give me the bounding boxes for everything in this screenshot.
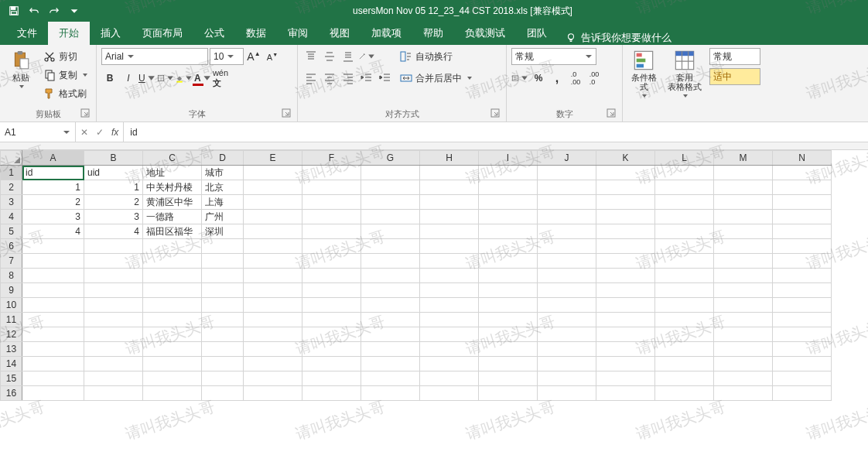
format-as-table-button[interactable]: 套用 表格格式 [663, 48, 706, 101]
cell-C13[interactable] [143, 342, 202, 357]
cell-I10[interactable] [479, 298, 538, 313]
cell-D4[interactable]: 广州 [202, 210, 244, 224]
col-header-N[interactable]: N [773, 151, 832, 166]
cell-G1[interactable] [361, 166, 420, 180]
cell-E6[interactable] [244, 239, 302, 254]
col-header-H[interactable]: H [420, 151, 479, 166]
cell-A1[interactable]: id [22, 166, 84, 180]
cell-J12[interactable] [538, 327, 596, 342]
cell-H6[interactable] [420, 239, 479, 254]
cell-style-normal[interactable]: 常规 [709, 48, 760, 65]
col-header-C[interactable]: C [143, 151, 202, 166]
cell-F14[interactable] [302, 357, 361, 371]
cell-L14[interactable] [655, 357, 714, 371]
cell-F4[interactable] [302, 210, 361, 224]
tab-review[interactable]: 审阅 [277, 22, 319, 45]
font-size-combo[interactable]: 10 [210, 48, 244, 65]
align-middle-button[interactable] [321, 48, 338, 65]
cell-J5[interactable] [538, 224, 596, 239]
cell-J9[interactable] [538, 283, 596, 298]
row-header-4[interactable]: 4 [1, 210, 22, 224]
cell-I7[interactable] [479, 254, 538, 269]
cell-M13[interactable] [714, 342, 773, 357]
cell-M11[interactable] [714, 313, 773, 327]
cell-I4[interactable] [479, 210, 538, 224]
cell-G3[interactable] [361, 195, 420, 210]
row-header-3[interactable]: 3 [1, 195, 22, 210]
formula-input[interactable]: id [124, 122, 868, 142]
cell-F13[interactable] [302, 342, 361, 357]
cell-C9[interactable] [143, 283, 202, 298]
cell-E16[interactable] [244, 386, 302, 401]
cell-G13[interactable] [361, 342, 420, 357]
cell-L5[interactable] [655, 224, 714, 239]
cell-B15[interactable] [84, 371, 143, 386]
cell-J6[interactable] [538, 239, 596, 254]
col-header-L[interactable]: L [655, 151, 714, 166]
cell-H9[interactable] [420, 283, 479, 298]
cell-E7[interactable] [244, 254, 302, 269]
cell-F8[interactable] [302, 269, 361, 283]
cell-F9[interactable] [302, 283, 361, 298]
cell-C10[interactable] [143, 298, 202, 313]
enter-icon[interactable]: ✓ [96, 127, 104, 138]
cell-C5[interactable]: 福田区福华 [143, 224, 202, 239]
cell-I16[interactable] [479, 386, 538, 401]
tab-file[interactable]: 文件 [6, 22, 48, 45]
cell-F12[interactable] [302, 327, 361, 342]
cell-C1[interactable]: 地址 [143, 166, 202, 180]
cell-A16[interactable] [22, 386, 84, 401]
cell-D16[interactable] [202, 386, 244, 401]
row-header-11[interactable]: 11 [1, 313, 22, 327]
cell-L2[interactable] [655, 180, 714, 195]
cell-I3[interactable] [479, 195, 538, 210]
cell-E2[interactable] [244, 180, 302, 195]
cell-F2[interactable] [302, 180, 361, 195]
cell-J1[interactable] [538, 166, 596, 180]
cell-H11[interactable] [420, 313, 479, 327]
cell-M9[interactable] [714, 283, 773, 298]
cell-K5[interactable] [596, 224, 655, 239]
row-header-12[interactable]: 12 [1, 327, 22, 342]
row-header-16[interactable]: 16 [1, 386, 22, 401]
orientation-button[interactable] [358, 48, 375, 65]
cell-D1[interactable]: 城市 [202, 166, 244, 180]
tab-data[interactable]: 数据 [235, 22, 277, 45]
cell-N11[interactable] [773, 313, 832, 327]
cell-B8[interactable] [84, 269, 143, 283]
cell-F7[interactable] [302, 254, 361, 269]
cell-E4[interactable] [244, 210, 302, 224]
dialog-launcher-icon[interactable] [80, 108, 90, 118]
cell-G12[interactable] [361, 327, 420, 342]
paste-button[interactable]: 粘贴 [5, 48, 37, 91]
percent-button[interactable]: % [530, 70, 547, 87]
cell-L13[interactable] [655, 342, 714, 357]
copy-button[interactable]: 复制 [40, 67, 91, 84]
cell-E3[interactable] [244, 195, 302, 210]
cell-D7[interactable] [202, 254, 244, 269]
spreadsheet-grid[interactable]: A B C D E F G H I J K L M N 1iduid地址城市21… [0, 150, 868, 469]
cell-N15[interactable] [773, 371, 832, 386]
merge-center-button[interactable]: 合并后居中 [397, 70, 482, 87]
cell-K7[interactable] [596, 254, 655, 269]
cell-F3[interactable] [302, 195, 361, 210]
cell-M6[interactable] [714, 239, 773, 254]
row-header-14[interactable]: 14 [1, 357, 22, 371]
row-header-1[interactable]: 1 [1, 166, 22, 180]
cell-H14[interactable] [420, 357, 479, 371]
wrap-text-button[interactable]: 自动换行 [397, 48, 482, 65]
cell-N10[interactable] [773, 298, 832, 313]
borders-button[interactable] [157, 70, 174, 87]
cell-H2[interactable] [420, 180, 479, 195]
undo-icon[interactable] [25, 2, 43, 20]
increase-decimal-button[interactable]: .0.00 [567, 70, 584, 87]
tab-help[interactable]: 帮助 [412, 22, 454, 45]
cell-K15[interactable] [596, 371, 655, 386]
cell-M1[interactable] [714, 166, 773, 180]
fill-color-button[interactable] [176, 70, 193, 87]
col-header-J[interactable]: J [538, 151, 596, 166]
cell-B7[interactable] [84, 254, 143, 269]
cell-J13[interactable] [538, 342, 596, 357]
cell-B1[interactable]: uid [84, 166, 143, 180]
cell-I6[interactable] [479, 239, 538, 254]
